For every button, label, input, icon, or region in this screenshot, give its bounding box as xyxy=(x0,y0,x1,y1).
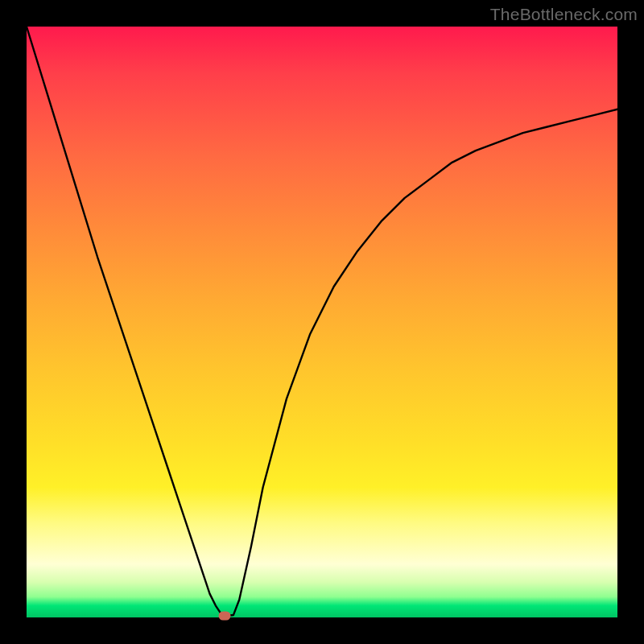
plot-area xyxy=(27,27,617,617)
outer-frame: TheBottleneck.com xyxy=(0,0,644,644)
bottleneck-curve xyxy=(27,27,617,617)
optimum-marker xyxy=(218,611,230,620)
watermark-text: TheBottleneck.com xyxy=(490,5,638,24)
